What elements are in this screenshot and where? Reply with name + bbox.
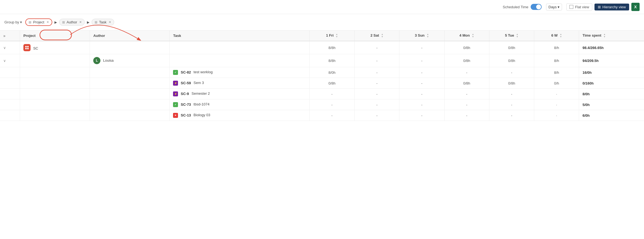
top-bar: Scheduled Time Days ▾ Flat view ⊞ Hierar… (0, 0, 644, 14)
svg-rect-2 (25, 46, 27, 47)
row-expand-cell (0, 78, 20, 89)
author-avatar: L (93, 57, 100, 64)
row-expand-cell (0, 99, 20, 110)
time-spent-cell: 8/0h (579, 89, 644, 99)
th-day6[interactable]: 6 W ▲▼ (534, 31, 579, 41)
th-day3[interactable]: 3 Sun ▲▼ (399, 31, 444, 41)
author-cell (90, 99, 170, 110)
hierarchy-icon: ⊞ (598, 5, 601, 9)
day5-cell: 0/8h (489, 41, 534, 54)
hierarchy-view-button[interactable]: ⊞ Hierarchy view (594, 4, 629, 10)
th-task: Task (170, 31, 309, 41)
task-name: tbsd-1074 (194, 102, 210, 107)
day3-cell: - (399, 78, 444, 89)
task-icon: ⚡ (173, 81, 178, 86)
th-day5[interactable]: 5 Tue ▲▼ (489, 31, 534, 41)
project-tag-close[interactable]: ✕ (46, 20, 49, 24)
double-arrow-icon: » (3, 34, 6, 38)
task-code: SC-73 (181, 102, 191, 107)
day3-cell: - (399, 110, 444, 121)
svg-rect-3 (27, 46, 29, 47)
row-expand-cell (0, 67, 20, 78)
flow-arrow-2: ▶ (87, 20, 89, 24)
day4-cell: 0/8h (444, 78, 489, 89)
th-day4[interactable]: 4 Mon ▲▼ (444, 31, 489, 41)
time-spent-cell: 98.4/266.65h (579, 41, 644, 54)
table-row: ✕ SC-13 Biology 03 - - - - - · 6/0h (0, 110, 644, 121)
day2-cell: - (354, 110, 399, 121)
task-tag-close[interactable]: ✕ (109, 20, 111, 24)
th-author: Author (90, 31, 170, 41)
task-cell: ✓ SC-73 tbsd-1074 (170, 99, 309, 110)
project-cell (20, 78, 90, 89)
day1-cell: - (309, 99, 354, 110)
task-icon: ✓ (173, 102, 178, 107)
row-expand-cell[interactable]: ∨ (0, 54, 20, 67)
table-header-row: » Project Author Task 1 Fri ▲▼ 2 Sat (0, 31, 644, 41)
task-tag[interactable]: ⊞ Task ✕ (92, 19, 114, 26)
th-day1[interactable]: 1 Fri ▲▼ (309, 31, 354, 41)
task-code: SC-82 (181, 70, 191, 74)
day1-cell: - (309, 89, 354, 99)
excel-export-button[interactable]: X (631, 3, 640, 11)
project-cell (20, 110, 90, 121)
task-cell: ✓ SC-82 test worklog (170, 67, 309, 78)
project-tag[interactable]: ⊞ Project ✕ (25, 18, 52, 26)
scheduled-time-toggle[interactable] (531, 4, 542, 10)
scheduled-time-area: Scheduled Time (503, 4, 542, 10)
task-icon: ✓ (173, 70, 178, 75)
sort-icon: ▲▼ (381, 33, 383, 38)
day6-cell: · (534, 110, 579, 121)
grid-icon: ⊞ (29, 20, 31, 24)
day4-cell: - (444, 67, 489, 78)
task-cell: ✕ SC-13 Biology 03 (170, 110, 309, 121)
day6-cell: 8/h (534, 54, 579, 67)
flat-view-label: Flat view (575, 5, 589, 9)
task-cell: ⚡ SC-59 Sem 3 (170, 78, 309, 89)
sort-icon: ▲▼ (516, 33, 518, 38)
day3-cell: - (399, 41, 444, 54)
day3-cell: - (399, 99, 444, 110)
project-tag-label: Project (33, 20, 44, 24)
th-expand: » (0, 31, 20, 41)
row-expand-cell[interactable]: ∨ (0, 41, 20, 54)
flow-arrow: ▶ (54, 20, 57, 24)
time-spent-cell: 6/0h (579, 110, 644, 121)
day1-cell: 8/8h (309, 41, 354, 54)
day1-cell: 8/8h (309, 54, 354, 67)
group-by-dropdown[interactable]: Group by ▾ (4, 20, 22, 24)
expand-all-button[interactable]: » (3, 34, 17, 38)
author-cell (90, 89, 170, 99)
day3-cell: - (399, 89, 444, 99)
flat-view-button[interactable]: Flat view (566, 3, 592, 11)
author-tag[interactable]: ⊞ Author ✕ (59, 19, 85, 26)
excel-icon: X (634, 5, 637, 9)
table-row: ∨ SC 8/8h - - 0/8h 0/8h 8/h 98.4/266.65h (0, 41, 644, 54)
task-name: Biology 03 (194, 113, 210, 117)
svg-rect-5 (27, 48, 29, 49)
time-spent-cell: 94/209.5h (579, 54, 644, 67)
svg-rect-4 (25, 48, 27, 49)
view-options: Flat view ⊞ Hierarchy view X (566, 3, 640, 11)
days-label: Days (549, 5, 557, 9)
collapse-icon[interactable]: ∨ (3, 46, 6, 50)
task-cell: ⚡ SC-9 Semester 2 (170, 89, 309, 99)
task-code: SC-9 (181, 92, 189, 96)
th-time-spent[interactable]: Time spent ▲▼ (579, 31, 644, 41)
task-icon: ✕ (173, 113, 178, 118)
author-tag-close[interactable]: ✕ (79, 20, 82, 24)
collapse-icon[interactable]: ∨ (3, 59, 6, 63)
sort-icon: ▲▼ (472, 33, 474, 38)
project-cell (20, 99, 90, 110)
author-cell (90, 110, 170, 121)
th-day2[interactable]: 2 Sat ▲▼ (354, 31, 399, 41)
project-cell (20, 89, 90, 99)
group-bar: Group by ▾ ⊞ Project ✕ ▶ ⊞ Author ✕ ▶ ⊞ … (0, 14, 644, 31)
row-expand-cell (0, 110, 20, 121)
day4-cell: - (444, 99, 489, 110)
table-row: ⚡ SC-9 Semester 2 - - - - - · 8/0h (0, 89, 644, 99)
flat-view-icon (569, 5, 573, 9)
days-select[interactable]: Days ▾ (546, 4, 562, 10)
grid-icon: ⊞ (62, 20, 65, 24)
day2-cell: - (354, 54, 399, 67)
